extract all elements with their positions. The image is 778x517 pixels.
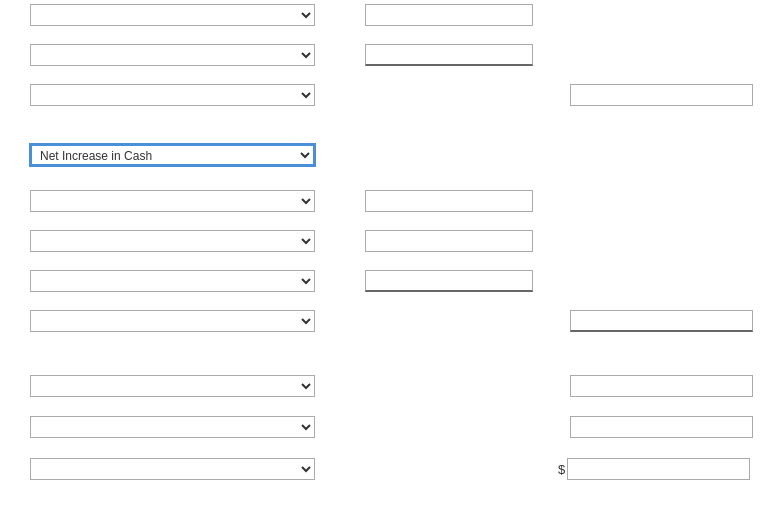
input-row11-right[interactable] (570, 416, 753, 438)
row1-left[interactable] (30, 4, 315, 26)
input-row6-mid[interactable] (365, 230, 533, 252)
row3-left[interactable] (30, 84, 315, 106)
select-row10[interactable] (30, 375, 315, 397)
row5-mid[interactable] (365, 190, 533, 212)
row4-highlighted[interactable]: Net Increase in Cash (30, 144, 315, 166)
row11-right[interactable] (570, 416, 753, 438)
input-row2-mid[interactable] (365, 44, 533, 66)
select-row3[interactable] (30, 84, 315, 106)
row7-mid[interactable] (365, 270, 533, 292)
row10-left[interactable] (30, 375, 315, 397)
select-row12[interactable] (30, 458, 315, 480)
select-row1[interactable] (30, 4, 315, 26)
select-row5[interactable] (30, 190, 315, 212)
row12-left[interactable] (30, 458, 315, 480)
row8-left[interactable] (30, 310, 315, 332)
row1-mid[interactable] (365, 4, 533, 26)
input-row12-right[interactable] (567, 458, 750, 480)
row7-left[interactable] (30, 270, 315, 292)
row6-mid[interactable] (365, 230, 533, 252)
input-row10-right[interactable] (570, 375, 753, 397)
row11-left[interactable] (30, 416, 315, 438)
row3-right[interactable] (570, 84, 753, 106)
input-row5-mid[interactable] (365, 190, 533, 212)
select-row11[interactable] (30, 416, 315, 438)
row2-mid[interactable] (365, 44, 533, 66)
input-row3-right[interactable] (570, 84, 753, 106)
input-row7-mid[interactable] (365, 270, 533, 292)
select-row2[interactable] (30, 44, 315, 66)
row6-left[interactable] (30, 230, 315, 252)
dollar-sign-label: $ (558, 462, 565, 477)
select-row6[interactable] (30, 230, 315, 252)
select-row4-net-increase[interactable]: Net Increase in Cash (30, 144, 315, 166)
row10-right[interactable] (570, 375, 753, 397)
row12-dollar-wrap: $ (558, 458, 750, 480)
input-row8-right[interactable] (570, 310, 753, 332)
input-row1-mid[interactable] (365, 4, 533, 26)
row2-left[interactable] (30, 44, 315, 66)
select-row7[interactable] (30, 270, 315, 292)
select-row8[interactable] (30, 310, 315, 332)
row5-left[interactable] (30, 190, 315, 212)
row8-right[interactable] (570, 310, 753, 332)
form-container: Net Increase in Cash (0, 0, 778, 517)
